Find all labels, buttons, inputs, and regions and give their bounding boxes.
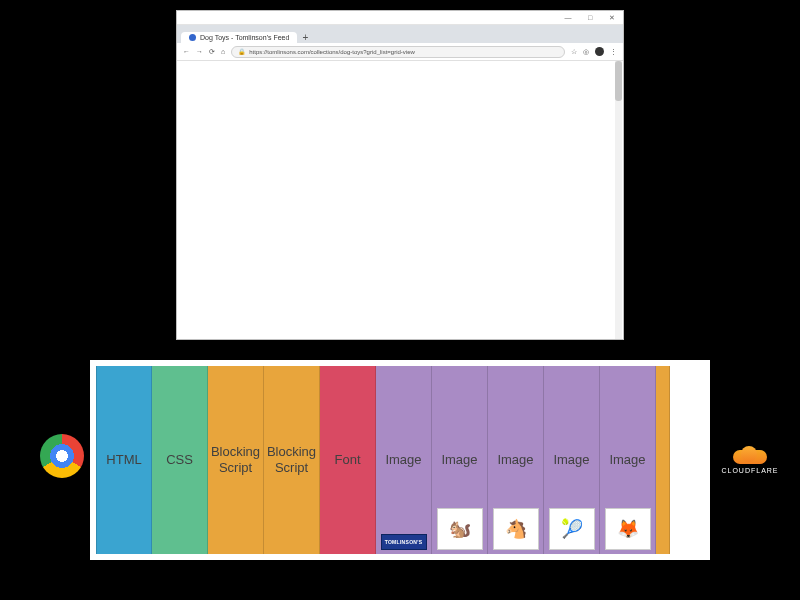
block-label: HTML bbox=[106, 452, 141, 468]
home-button[interactable]: ⌂ bbox=[221, 48, 225, 55]
cloudflare-cloud-icon bbox=[733, 446, 767, 464]
block-label: Image bbox=[441, 452, 477, 468]
block-label: Font bbox=[334, 452, 360, 468]
waterfall-block-image-6: Image🐿️ bbox=[432, 366, 488, 554]
product-logo-thumb: TOMLINSON'S bbox=[381, 534, 427, 550]
extension-icon[interactable]: ◎ bbox=[583, 48, 589, 56]
waterfall-strip: HTMLCSSBlockingScriptBlockingScriptFontI… bbox=[96, 366, 704, 554]
window-close-button[interactable]: ✕ bbox=[601, 11, 623, 25]
favicon-icon bbox=[189, 34, 196, 41]
block-label: BlockingScript bbox=[211, 444, 260, 475]
window-minimize-button[interactable]: — bbox=[557, 11, 579, 25]
waterfall-block-html-0: HTML bbox=[96, 366, 152, 554]
product-image-thumb: 🐴 bbox=[493, 508, 539, 550]
new-tab-button[interactable]: + bbox=[297, 32, 313, 43]
product-image-thumb: 🐿️ bbox=[437, 508, 483, 550]
url-text: https://tomlinsons.com/collections/dog-t… bbox=[249, 49, 415, 55]
forward-button[interactable]: → bbox=[196, 48, 203, 55]
cloudflare-logo: CLOUDFLARE bbox=[722, 446, 778, 474]
block-label: CSS bbox=[166, 452, 193, 468]
waterfall-block-css-1: CSS bbox=[152, 366, 208, 554]
omnibox[interactable]: 🔒 https://tomlinsons.com/collections/dog… bbox=[231, 46, 565, 58]
block-label: Image bbox=[553, 452, 589, 468]
waterfall-block-blocking-script-2: BlockingScript bbox=[208, 366, 264, 554]
waterfall-block-blocking-script-3: BlockingScript bbox=[264, 366, 320, 554]
block-label: Image bbox=[385, 452, 421, 468]
star-icon[interactable]: ☆ bbox=[571, 48, 577, 56]
profile-avatar[interactable] bbox=[595, 47, 604, 56]
window-maximize-button[interactable]: □ bbox=[579, 11, 601, 25]
product-image-thumb: 🦊 bbox=[605, 508, 651, 550]
waterfall-block-font-4: Font bbox=[320, 366, 376, 554]
scrollbar-thumb[interactable] bbox=[615, 61, 622, 101]
waterfall-frame: HTMLCSSBlockingScriptBlockingScriptFontI… bbox=[90, 360, 710, 560]
waterfall-block-image-7: Image🐴 bbox=[488, 366, 544, 554]
block-label: Image bbox=[609, 452, 645, 468]
back-button[interactable]: ← bbox=[183, 48, 190, 55]
product-image-thumb: 🎾 bbox=[549, 508, 595, 550]
waterfall-container: HTMLCSSBlockingScriptBlockingScriptFontI… bbox=[90, 360, 710, 560]
cloudflare-text: CLOUDFLARE bbox=[721, 467, 778, 474]
scrollbar-track bbox=[615, 61, 622, 339]
browser-tab[interactable]: Dog Toys - Tomlinson's Feed bbox=[181, 32, 297, 43]
waterfall-block-image-5: ImageTOMLINSON'S bbox=[376, 366, 432, 554]
waterfall-block-image-9: Image🦊 bbox=[600, 366, 656, 554]
browser-window: — □ ✕ Dog Toys - Tomlinson's Feed + ← → … bbox=[176, 10, 624, 340]
addrbar-right: ☆ ◎ ⋮ bbox=[571, 47, 617, 56]
address-bar: ← → ⟳ ⌂ 🔒 https://tomlinsons.com/collect… bbox=[177, 43, 623, 61]
reload-button[interactable]: ⟳ bbox=[209, 48, 215, 56]
tab-strip: Dog Toys - Tomlinson's Feed + bbox=[177, 25, 623, 43]
lock-icon: 🔒 bbox=[238, 48, 245, 55]
window-titlebar: — □ ✕ bbox=[177, 11, 623, 25]
waterfall-block-trail-10 bbox=[656, 366, 670, 554]
kebab-menu-icon[interactable]: ⋮ bbox=[610, 48, 617, 56]
chrome-logo-icon bbox=[40, 434, 84, 478]
nav-buttons: ← → ⟳ ⌂ bbox=[183, 48, 225, 56]
page-viewport bbox=[177, 61, 623, 339]
block-label: BlockingScript bbox=[267, 444, 316, 475]
block-label: Image bbox=[497, 452, 533, 468]
waterfall-block-image-8: Image🎾 bbox=[544, 366, 600, 554]
tab-title: Dog Toys - Tomlinson's Feed bbox=[200, 34, 289, 41]
